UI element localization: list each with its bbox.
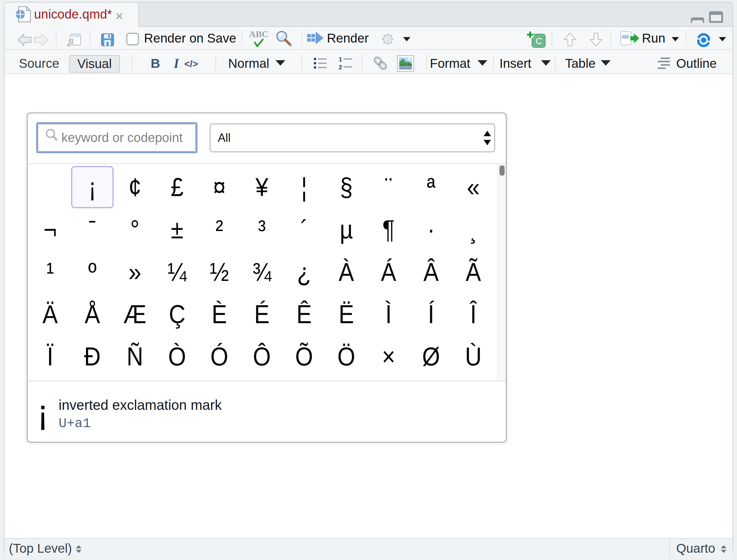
svg-text:1: 1	[339, 57, 342, 63]
svg-text:2: 2	[339, 64, 342, 70]
svg-text:ABC: ABC	[249, 30, 268, 39]
svg-text:C: C	[535, 36, 542, 46]
